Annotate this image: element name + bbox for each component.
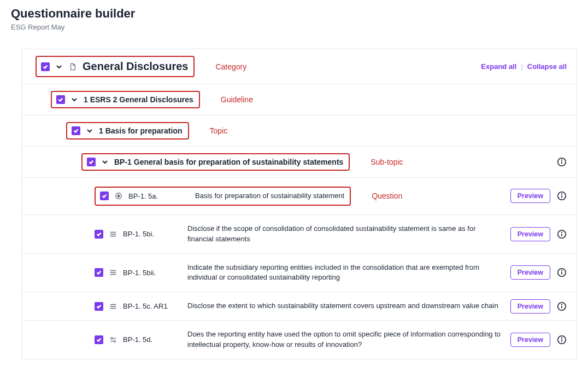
topic-checkbox[interactable] (72, 126, 80, 135)
guideline-highlight: 1 ESRS 2 General Disclosures (51, 91, 200, 108)
topic-row: 1 Basis for preparation Topic (22, 115, 577, 147)
guideline-checkbox[interactable] (56, 95, 65, 104)
questionnaire-panel: General Disclosures Category Expand all … (22, 49, 577, 359)
collapse-all-link[interactable]: Collapse all (527, 62, 567, 71)
subtopic-highlight: BP-1 General basis for preparation of su… (81, 153, 350, 171)
info-icon[interactable] (557, 335, 567, 345)
question-text: Basis for preparation of sustainability … (181, 191, 344, 201)
annotation-subtopic: Sub-topic (371, 158, 403, 166)
page-subtitle: ESG Report May (11, 23, 577, 31)
question-text: Disclose if the scope of consolidation o… (181, 224, 502, 245)
expand-all-link[interactable]: Expand all (481, 62, 516, 71)
preview-button[interactable]: Preview (510, 189, 550, 203)
category-checkbox[interactable] (41, 62, 50, 71)
question-checkbox[interactable] (95, 302, 103, 311)
question-type-icon (109, 335, 117, 344)
question-row: BP-1. 5bii.Indicate the subsidiary repor… (22, 254, 577, 293)
guideline-row: 1 ESRS 2 General Disclosures Guideline (22, 84, 577, 115)
action-divider: | (521, 62, 522, 71)
question-type-icon (109, 302, 117, 311)
svg-point-19 (562, 270, 562, 271)
topic-highlight: 1 Basis for preparation (66, 122, 189, 140)
chevron-down-icon[interactable] (101, 158, 109, 166)
question-code: BP-1. 5bi. (123, 230, 167, 238)
svg-point-26 (111, 338, 113, 340)
question-text: Does the reporting entity have used the … (181, 329, 502, 350)
info-icon[interactable] (557, 301, 567, 311)
preview-button[interactable]: Preview (510, 299, 550, 314)
question-code: BP-1. 5a. (128, 192, 172, 200)
info-icon[interactable] (557, 191, 567, 201)
question-code: BP-1. 5c. AR1 (123, 302, 168, 310)
question-row: BP-1. 5d.Does the reporting entity have … (22, 321, 577, 359)
subtopic-checkbox[interactable] (87, 158, 96, 166)
question-checkbox[interactable] (95, 335, 103, 344)
info-icon[interactable] (557, 157, 567, 167)
preview-button[interactable]: Preview (510, 333, 550, 347)
svg-point-7 (562, 194, 562, 194)
annotation-category: Category (215, 62, 246, 71)
question-type-icon (109, 230, 117, 239)
info-icon[interactable] (557, 229, 567, 239)
question-checkbox[interactable] (100, 192, 109, 200)
question-code: BP-1. 5bii. (123, 269, 167, 277)
subtopic-row: BP-1 General basis for preparation of su… (22, 147, 577, 178)
topic-title: 1 Basis for preparation (99, 126, 183, 135)
question-row: BP-1. 5c. AR1Disclose the extent to whic… (22, 292, 577, 321)
category-row: General Disclosures Category Expand all … (22, 49, 577, 84)
chevron-down-icon[interactable] (55, 63, 63, 71)
annotation-guideline: Guideline (221, 95, 253, 104)
question-type-icon (114, 192, 123, 200)
question-row: BP-1. 5bi.Disclose if the scope of conso… (22, 215, 577, 254)
svg-point-28 (114, 340, 116, 343)
question-checkbox[interactable] (95, 268, 103, 277)
chevron-down-icon[interactable] (70, 96, 78, 103)
svg-point-4 (117, 195, 120, 198)
preview-button[interactable]: Preview (510, 265, 550, 280)
page-title: Questionnaire builder (11, 7, 577, 21)
chevron-down-icon[interactable] (86, 127, 93, 135)
svg-point-32 (562, 338, 562, 338)
question-row: BP-1. 5a.Basis for preparation of sustai… (22, 178, 577, 215)
document-icon (68, 62, 77, 71)
question-text: Disclose the extent to which sustainabil… (181, 301, 498, 311)
question-highlight: BP-1. 5a.Basis for preparation of sustai… (95, 187, 351, 206)
question-checkbox[interactable] (95, 230, 103, 239)
question-type-icon (109, 268, 117, 277)
preview-button[interactable]: Preview (510, 227, 550, 241)
question-text: Indicate the subsidiary reporting entiti… (181, 263, 502, 283)
annotation-topic: Topic (210, 126, 228, 135)
svg-point-13 (562, 232, 562, 233)
annotation-question: Question (372, 192, 402, 200)
category-title: General Disclosures (83, 60, 188, 73)
svg-point-25 (562, 304, 562, 305)
svg-point-2 (562, 160, 562, 160)
category-highlight: General Disclosures (36, 56, 195, 77)
info-icon[interactable] (557, 268, 567, 277)
guideline-title: 1 ESRS 2 General Disclosures (84, 95, 193, 104)
subtopic-title: BP-1 General basis for preparation of su… (114, 158, 343, 166)
question-code: BP-1. 5d. (123, 335, 167, 344)
